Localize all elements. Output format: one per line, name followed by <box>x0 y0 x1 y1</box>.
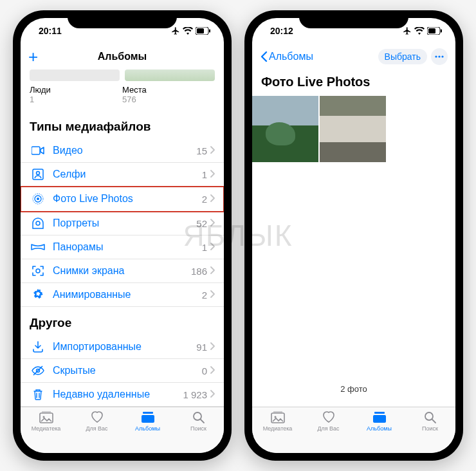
tab-foryou-label: Для Вас <box>317 425 339 432</box>
other-row-import[interactable]: Импортированные91 <box>21 335 224 359</box>
media-row-live[interactable]: Фото Live Photos2 <box>21 187 224 212</box>
media-row-video[interactable]: Видео15 <box>21 139 224 163</box>
svg-rect-3 <box>32 147 40 154</box>
status-icons <box>403 26 443 35</box>
search-icon <box>190 410 207 424</box>
tab-albums[interactable]: Альбомы <box>354 410 405 453</box>
svg-line-19 <box>201 420 204 423</box>
status-time: 20:11 <box>39 26 62 36</box>
people-count: 1 <box>30 95 122 104</box>
media-count: 1 <box>202 169 207 180</box>
svg-point-18 <box>194 412 201 420</box>
battery-icon <box>196 27 211 35</box>
content-right[interactable]: Фото Live Photos 2 фото <box>252 69 455 407</box>
foryou-icon <box>320 410 337 424</box>
tab-foryou[interactable]: Для Вас <box>303 410 354 453</box>
media-count: 15 <box>196 145 207 156</box>
phone-left: 20:11 + Альбомы Люди 1 М <box>13 10 232 461</box>
chevron-right-icon <box>210 145 215 156</box>
media-row-pano[interactable]: Панорамы1 <box>21 236 224 259</box>
tab-library[interactable]: Медиатека <box>252 410 303 453</box>
photo-grid <box>252 96 455 162</box>
content-left[interactable]: Люди 1 Места 576 Типы медиафайлов Видео1… <box>21 69 224 407</box>
people-thumb[interactable] <box>30 69 120 81</box>
places-thumb[interactable] <box>125 69 215 81</box>
places-label[interactable]: Места 576 <box>122 85 215 104</box>
other-list: Импортированные91Скрытые0Недавно удаленн… <box>21 335 224 407</box>
chevron-right-icon <box>210 389 215 400</box>
other-row-hidden[interactable]: Скрытые0 <box>21 359 224 383</box>
nav-title: Альбомы <box>98 51 147 62</box>
other-count: 91 <box>196 342 207 353</box>
svg-rect-21 <box>428 28 435 33</box>
places-count: 576 <box>122 95 215 104</box>
media-label: Панорамы <box>53 241 202 253</box>
svg-rect-2 <box>209 30 210 33</box>
add-button[interactable]: + <box>28 47 38 67</box>
tab-library[interactable]: Медиатека <box>21 410 71 453</box>
media-row-gif[interactable]: Анимированные2 <box>21 283 224 307</box>
media-label: Портреты <box>53 217 196 229</box>
media-row-screenshot[interactable]: Снимки экрана186 <box>21 259 224 283</box>
media-count: 52 <box>196 218 207 229</box>
chevron-right-icon <box>210 217 215 229</box>
other-label: Скрытые <box>53 365 202 376</box>
back-label: Альбомы <box>269 51 313 62</box>
tab-search[interactable]: Поиск <box>405 410 455 453</box>
back-button[interactable]: Альбомы <box>260 51 313 62</box>
library-icon <box>270 410 286 424</box>
photo-thumb-2[interactable] <box>320 96 386 162</box>
other-label: Недавно удаленные <box>53 389 183 400</box>
tab-search[interactable]: Поиск <box>173 410 224 453</box>
album-title: Фото Live Photos <box>252 69 455 96</box>
live-icon <box>30 192 46 205</box>
tab-search-label: Поиск <box>190 425 206 432</box>
chevron-right-icon <box>210 169 215 180</box>
notch <box>68 10 177 28</box>
tab-foryou[interactable]: Для Вас <box>71 410 122 453</box>
media-row-selfie[interactable]: Селфи1 <box>21 163 224 187</box>
status-icons <box>171 26 211 35</box>
people-label[interactable]: Люди 1 <box>30 85 122 104</box>
album-labels: Люди 1 Места 576 <box>21 85 224 111</box>
gif-icon <box>30 289 46 300</box>
pano-icon <box>30 243 46 251</box>
select-button[interactable]: Выбрать <box>378 49 427 64</box>
library-icon <box>38 410 55 424</box>
photo-thumb-1[interactable] <box>252 96 318 162</box>
chevron-right-icon <box>210 193 215 205</box>
import-icon <box>30 341 46 353</box>
svg-rect-16 <box>143 412 153 414</box>
tab-albums[interactable]: Альбомы <box>122 410 173 453</box>
svg-point-23 <box>435 55 437 57</box>
tab-library-label: Медиатека <box>263 425 293 432</box>
svg-rect-1 <box>197 28 204 33</box>
nav-header: + Альбомы <box>21 44 224 69</box>
airplane-icon <box>403 26 412 35</box>
media-label: Селфи <box>53 169 202 180</box>
search-icon <box>422 410 439 424</box>
chevron-right-icon <box>210 341 215 353</box>
chevron-right-icon <box>210 265 215 277</box>
tab-bar: Медиатека Для Вас Альбомы Поиск <box>252 407 455 453</box>
notch <box>299 10 408 28</box>
tab-foryou-label: Для Вас <box>86 425 107 432</box>
album-thumbs-row <box>21 69 224 85</box>
other-row-trash[interactable]: Недавно удаленные1 923 <box>21 383 224 407</box>
svg-rect-22 <box>441 30 442 33</box>
tab-albums-label: Альбомы <box>367 425 392 432</box>
more-button[interactable] <box>431 48 448 65</box>
svg-point-25 <box>441 55 443 57</box>
media-count: 1 <box>202 242 207 253</box>
other-count: 1 923 <box>183 389 207 400</box>
media-row-portrait[interactable]: Портреты52 <box>21 212 224 236</box>
media-count: 2 <box>202 290 207 300</box>
nav-header: Альбомы Выбрать <box>252 44 455 69</box>
svg-point-8 <box>37 198 39 200</box>
svg-point-24 <box>438 55 440 57</box>
battery-icon <box>427 27 443 35</box>
status-time: 20:12 <box>270 26 293 36</box>
portrait-icon <box>30 217 46 229</box>
media-count: 2 <box>202 194 207 205</box>
screenshot-icon <box>30 265 46 277</box>
